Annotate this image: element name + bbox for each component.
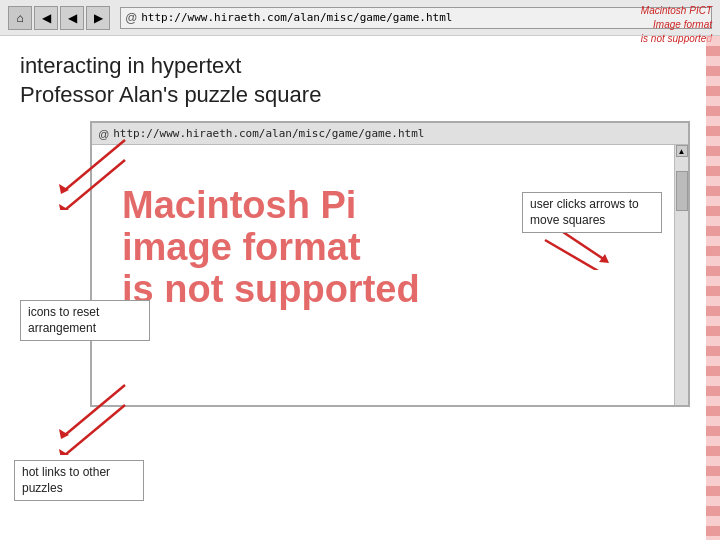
back-button[interactable]: ◀ — [34, 6, 58, 30]
forward-icon: ▶ — [94, 11, 103, 25]
address-bar-input[interactable] — [141, 11, 707, 24]
annotation-icons-reset-text: icons to reset arrangement — [28, 305, 99, 335]
slide-title-line2: Professor Alan's puzzle square — [20, 81, 700, 110]
annotation-icons-reset: icons to reset arrangement — [20, 300, 150, 341]
browser-scrollbar[interactable]: ▲ — [674, 145, 688, 405]
back2-button[interactable]: ◀ — [60, 6, 84, 30]
svg-line-2 — [65, 160, 125, 210]
svg-line-6 — [65, 405, 125, 455]
svg-line-4 — [65, 385, 125, 435]
slide-title-line1: interacting in hypertext — [20, 52, 700, 81]
browser-toolbar: @ http://www.hiraeth.com/alan/misc/game/… — [92, 123, 688, 145]
slide-title: interacting in hypertext Professor Alan'… — [20, 52, 700, 109]
scrollbar-up-arrow[interactable]: ▲ — [676, 145, 688, 157]
annotation-user-clicks: user clicks arrows to move squares — [522, 192, 662, 233]
forward-button[interactable]: ▶ — [86, 6, 110, 30]
pict-line-3: is not supported — [122, 269, 658, 311]
home-button[interactable]: ⌂ — [8, 6, 32, 30]
back2-icon: ◀ — [68, 11, 77, 25]
scrollbar-thumb[interactable] — [676, 171, 688, 211]
browser-url-display: http://www.hiraeth.com/alan/misc/game/ga… — [113, 127, 424, 140]
address-bar-container: @ — [120, 7, 712, 29]
browser-content: Macintosh Pi image format is not support… — [92, 145, 688, 405]
back-icon: ◀ — [42, 11, 51, 25]
annotation-user-clicks-text: user clicks arrows to move squares — [530, 197, 639, 227]
svg-line-0 — [65, 140, 125, 190]
reset-arrows-svg — [45, 130, 145, 210]
toolbar: ⌂ ◀ ◀ ▶ @ — [0, 0, 720, 36]
nav-icons: ⌂ ◀ ◀ ▶ — [8, 6, 110, 30]
pict-notice-line2: Image format — [641, 18, 712, 32]
annotation-hotlinks: hot links to other puzzles — [14, 460, 144, 501]
at-symbol: @ — [125, 11, 137, 25]
home-icon: ⌂ — [16, 11, 23, 25]
hotlinks-arrows-svg — [45, 375, 145, 455]
annotation-hotlinks-text: hot links to other puzzles — [22, 465, 110, 495]
pict-notice-line1: Macintosh PICT — [641, 4, 712, 18]
